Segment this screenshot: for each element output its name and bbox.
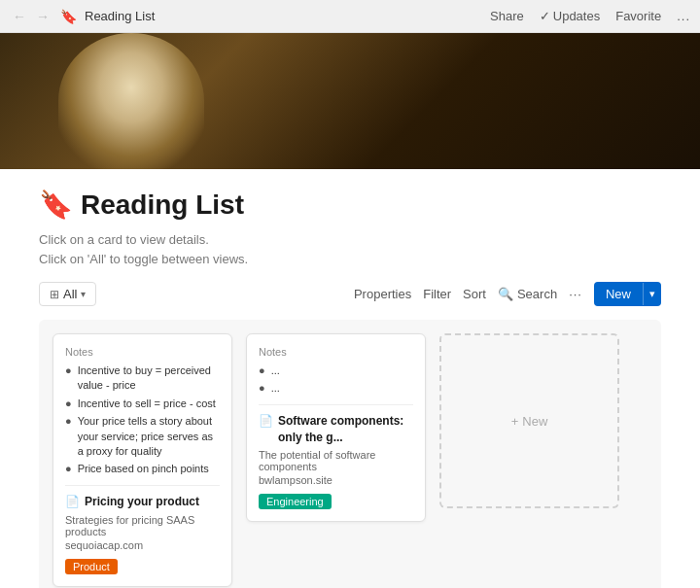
sort-button[interactable]: Sort (463, 287, 486, 301)
doc-icon: 📄 (65, 495, 80, 508)
cards-area: Notes ● Incentive to buy = perceived val… (39, 320, 661, 588)
nav-arrows: ← → (10, 7, 52, 26)
new-button-arrow[interactable]: ▾ (643, 283, 661, 305)
doc-icon: 📄 (259, 414, 273, 428)
bullet-icon: ● (259, 363, 265, 378)
card-1-notes-label: Notes (65, 346, 220, 358)
card-2[interactable]: Notes ● ... ● ... 📄 Software components:… (246, 333, 426, 522)
card-1-notes: ● Incentive to buy = perceived value - p… (65, 363, 220, 477)
add-card-button[interactable]: + New (439, 333, 619, 508)
card-2-notes: ● ... ● ... (259, 363, 413, 397)
list-item: ● Your price tells a story about your se… (65, 414, 220, 459)
bullet-icon: ● (65, 363, 72, 394)
search-icon: 🔍 (498, 287, 513, 301)
card-1-title-row: 📄 Pricing your product (65, 494, 220, 510)
bullet-icon: ● (65, 462, 72, 476)
bullet-icon: ● (65, 414, 72, 459)
card-1-url: sequoiacap.com (65, 539, 220, 551)
favorite-action[interactable]: Favorite (615, 9, 661, 23)
card-1[interactable]: Notes ● Incentive to buy = perceived val… (52, 333, 232, 587)
bullet-icon: ● (65, 397, 72, 411)
toolbar-left: ⊞ All ▾ (39, 282, 96, 306)
page-description: Click on a card to view details. Click o… (39, 230, 661, 268)
page-title-row: 🔖 Reading List (39, 189, 661, 221)
card-2-title: Software components: only the g... (278, 413, 413, 446)
list-item: ● ... (259, 381, 413, 396)
chevron-down-icon: ▾ (81, 289, 86, 299)
list-item: ● Incentive to sell = price - cost (65, 397, 220, 411)
plus-icon: + (511, 414, 519, 429)
bullet-icon: ● (259, 381, 265, 396)
card-2-title-row: 📄 Software components: only the g... (259, 413, 413, 446)
list-item: ● Incentive to buy = perceived value - p… (65, 363, 220, 394)
card-1-subtitle: Strategies for pricing SAAS products (65, 514, 220, 537)
list-item: ● ... (259, 363, 413, 378)
search-button[interactable]: 🔍 Search (498, 287, 557, 301)
tab-icon: 🔖 (60, 9, 77, 24)
card-1-title: Pricing your product (85, 494, 199, 510)
updates-action[interactable]: ✓ Updates (540, 9, 600, 23)
back-button[interactable]: ← (10, 7, 29, 26)
share-action[interactable]: Share (490, 9, 524, 23)
toolbar: ⊞ All ▾ Properties Filter Sort 🔍 Search … (39, 282, 661, 306)
properties-button[interactable]: Properties (354, 287, 411, 301)
card-2-tag[interactable]: Engineering (259, 494, 332, 509)
card-divider (65, 485, 220, 486)
header-actions: Share ✓ Updates Favorite ... (490, 9, 690, 23)
browser-bar: ← → 🔖 Reading List Share ✓ Updates Favor… (0, 0, 700, 33)
all-button[interactable]: ⊞ All ▾ (39, 282, 96, 306)
more-action[interactable]: ... (677, 9, 690, 23)
page-content: 🔖 Reading List Click on a card to view d… (0, 169, 700, 588)
page-icon: 🔖 (39, 189, 73, 221)
card-1-tag[interactable]: Product (65, 559, 118, 574)
more-options-button[interactable]: ··· (569, 287, 582, 301)
card-2-url: bwlampson.site (259, 474, 413, 486)
list-item: ● Price based on pinch points (65, 462, 220, 476)
card-2-notes-label: Notes (259, 346, 413, 358)
grid-icon: ⊞ (50, 288, 59, 301)
card-2-subtitle: The potential of software components (259, 449, 413, 472)
forward-button[interactable]: → (33, 7, 52, 26)
card-divider (259, 404, 413, 405)
hero-image (0, 33, 700, 169)
filter-button[interactable]: Filter (423, 287, 451, 301)
hero-figure (58, 33, 204, 169)
page-title: Reading List (81, 190, 244, 221)
tab-title: Reading List (85, 9, 482, 23)
toolbar-right: Properties Filter Sort 🔍 Search ··· New … (354, 282, 661, 306)
check-icon: ✓ (540, 9, 550, 23)
new-button[interactable]: New ▾ (594, 282, 661, 306)
